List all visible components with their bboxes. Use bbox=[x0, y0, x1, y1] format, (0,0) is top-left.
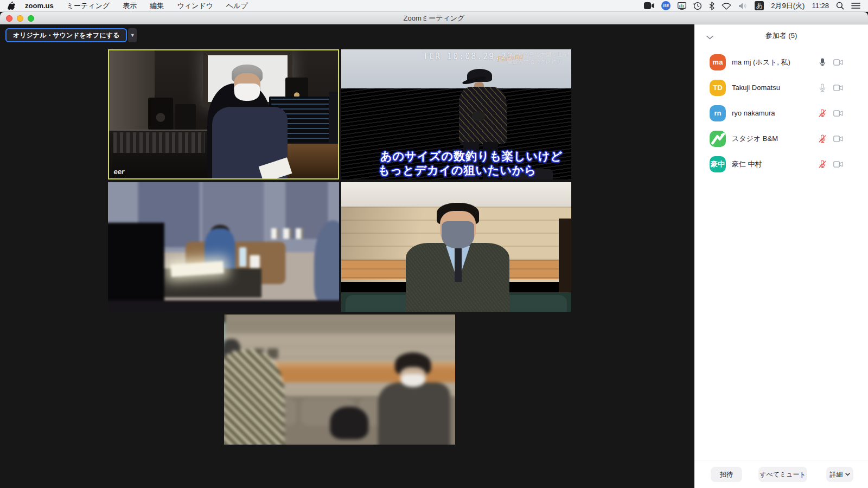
video-tile-fishing-feed[interactable]: TCR 10:08.29.25 Fishing 数釣りの島で大型を狙う! 愛媛県… bbox=[341, 49, 571, 179]
face-mask bbox=[234, 84, 259, 101]
fishing-scene: TCR 10:08.29.25 Fishing 数釣りの島で大型を狙う! 愛媛県… bbox=[341, 49, 571, 179]
participant-name: スタジオ B&M bbox=[732, 134, 778, 144]
participant-row[interactable]: TDTakuji Domatsu bbox=[694, 75, 868, 100]
menu-view[interactable]: 表示 bbox=[123, 1, 137, 11]
mic-muted-icon bbox=[818, 160, 827, 169]
participant-avatar: TD bbox=[710, 80, 726, 96]
mic-on-icon bbox=[818, 58, 827, 67]
menu-meeting[interactable]: ミーティング bbox=[67, 1, 110, 11]
display-graph-icon[interactable] bbox=[678, 1, 686, 11]
participant-avatar bbox=[710, 131, 726, 147]
camera-on-icon bbox=[833, 110, 843, 117]
camera-on-icon bbox=[833, 160, 843, 168]
menu-window[interactable]: ウィンドウ bbox=[177, 1, 213, 11]
dark-monitor bbox=[108, 223, 164, 312]
water-bottle bbox=[239, 247, 247, 267]
participant-name: Takuji Domatsu bbox=[732, 84, 780, 92]
window-title: Zoomミーティング bbox=[0, 12, 868, 24]
participant-row[interactable]: mama mj (ホスト, 私) bbox=[694, 49, 868, 75]
wifi-icon[interactable] bbox=[722, 1, 731, 11]
menu-edit[interactable]: 編集 bbox=[150, 1, 164, 11]
person-body bbox=[378, 382, 450, 445]
camera-on-icon bbox=[833, 135, 843, 143]
mixing-console bbox=[113, 132, 205, 153]
input-method-icon[interactable]: あ bbox=[755, 1, 764, 10]
gray-face-mask bbox=[442, 221, 474, 248]
volume-muted-icon[interactable] bbox=[738, 1, 748, 11]
participant-avatar: ma bbox=[710, 54, 726, 70]
wall-outlets bbox=[271, 228, 304, 239]
video-tile-listening-room[interactable] bbox=[224, 314, 455, 445]
video-tile-control-room[interactable] bbox=[108, 182, 339, 312]
spotlight-search-icon[interactable] bbox=[836, 1, 844, 11]
participant-row[interactable]: rnryo nakamura bbox=[694, 100, 868, 126]
participants-panel-title: 参加者 (5) bbox=[694, 24, 868, 47]
menubar-date[interactable]: 2月9日(火) bbox=[771, 1, 805, 11]
participant-row[interactable]: 豪中豪仁 中村 bbox=[694, 151, 868, 177]
meeting-main-area: オリジナル・サウンドをオフにする ▼ bbox=[0, 24, 868, 488]
control-room-scene bbox=[108, 182, 339, 312]
invite-button[interactable]: 招待 bbox=[711, 467, 742, 482]
ise-app-icon[interactable]: ISE bbox=[661, 1, 671, 10]
menu-help[interactable]: ヘルプ bbox=[226, 1, 248, 11]
mic-muted-icon bbox=[818, 109, 827, 118]
person-checkered-shirt bbox=[224, 350, 284, 445]
participant-list: mama mj (ホスト, 私) TDTakuji Domatsu rnryo … bbox=[694, 49, 868, 177]
mic-muted-icon bbox=[818, 134, 827, 143]
participant-status-icons bbox=[818, 160, 843, 169]
bluetooth-icon[interactable] bbox=[709, 1, 714, 11]
studio-bm-logo bbox=[710, 131, 726, 147]
masked-man-scene bbox=[341, 182, 571, 312]
listening-room-scene bbox=[224, 314, 455, 445]
participants-panel-footer: 招待 すべてミュート 詳細 bbox=[694, 460, 868, 488]
participant-avatar: 豪中 bbox=[710, 156, 726, 172]
equipment-brand-label: eer bbox=[113, 168, 124, 176]
video-tile-studio-host[interactable]: eer bbox=[108, 49, 339, 179]
menu-app-name[interactable]: zoom.us bbox=[25, 2, 54, 10]
bag bbox=[330, 407, 368, 439]
original-sound-toggle-button[interactable]: オリジナル・サウンドをオフにする bbox=[5, 28, 127, 42]
participant-status-icons bbox=[818, 58, 843, 67]
participant-status-icons bbox=[818, 109, 843, 118]
participant-name: ma mj (ホスト, 私) bbox=[732, 57, 790, 67]
original-sound-dropdown-button[interactable]: ▼ bbox=[128, 28, 137, 42]
studio-scene: eer bbox=[109, 50, 338, 178]
participant-status-icons bbox=[818, 134, 843, 143]
participants-panel-header: 参加者 (5) bbox=[694, 24, 868, 47]
chevron-down-icon bbox=[845, 473, 850, 476]
macos-menu-bar: zoom.us ミーティング 表示 編集 ウィンドウ ヘルプ ISE bbox=[0, 0, 868, 12]
camera-on-icon bbox=[833, 59, 843, 66]
screen: zoom.us ミーティング 表示 編集 ウィンドウ ヘルプ ISE bbox=[0, 0, 868, 488]
window-title-bar: Zoomミーティング bbox=[0, 12, 868, 24]
broadcast-subtitles: あのサイズの数釣りも楽しいけど もっとデカイの狙いたいから bbox=[341, 149, 571, 177]
menubar-time[interactable]: 11:28 bbox=[812, 2, 829, 10]
apple-menu-icon[interactable] bbox=[8, 2, 15, 10]
participant-name: 豪仁 中村 bbox=[732, 159, 762, 169]
more-button[interactable]: 詳細 bbox=[826, 467, 853, 482]
camera-on-icon bbox=[833, 84, 843, 92]
video-camera-status-icon[interactable] bbox=[644, 1, 654, 11]
paper-cup bbox=[250, 255, 259, 267]
program-caption: 数釣りの島で大型を狙う! 愛媛県中泊のグレ釣り bbox=[507, 51, 569, 65]
mic-on-icon bbox=[818, 84, 827, 92]
participant-status-icons bbox=[818, 84, 843, 92]
participant-name: ryo nakamura bbox=[732, 109, 775, 117]
mute-all-button[interactable]: すべてミュート bbox=[758, 467, 807, 482]
participant-row[interactable]: スタジオ B&M bbox=[694, 126, 868, 151]
participants-panel: 参加者 (5) mama mj (ホスト, 私) TDTakuji Domats… bbox=[694, 24, 868, 488]
video-tile-masked-man[interactable] bbox=[341, 182, 571, 312]
studio-monitor-speaker bbox=[148, 98, 173, 130]
list-menu-icon[interactable] bbox=[851, 1, 860, 11]
original-sound-control: オリジナル・サウンドをオフにする ▼ bbox=[5, 28, 137, 42]
participant-avatar: rn bbox=[710, 105, 726, 121]
time-machine-icon[interactable] bbox=[693, 1, 702, 11]
